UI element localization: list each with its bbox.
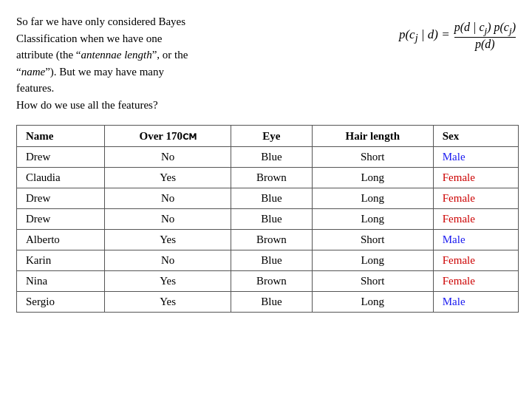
intro-line3-italic: antennae length bbox=[81, 49, 151, 61]
cell-hair: Long bbox=[312, 168, 433, 188]
cell-hair: Long bbox=[312, 188, 433, 209]
cell-eye: Brown bbox=[231, 271, 313, 292]
cell-name: Drew bbox=[17, 209, 105, 230]
col-header-sex: Sex bbox=[433, 126, 518, 147]
intro-line3-pre: attribute (the “ bbox=[16, 49, 81, 61]
cell-hair: Long bbox=[312, 209, 433, 230]
table-row: NinaYesBrownShortFemale bbox=[17, 271, 519, 292]
table-row: ClaudiaYesBrownLongFemale bbox=[17, 168, 519, 188]
cell-eye: Blue bbox=[231, 250, 313, 271]
formula-numerator: p(d | cj) p(cj) bbox=[454, 21, 516, 37]
cell-eye: Blue bbox=[231, 147, 313, 168]
cell-eye: Brown bbox=[231, 230, 313, 250]
cell-eye: Blue bbox=[231, 209, 313, 230]
bayes-formula: p(cj | d) = p(d | cj) p(cj) p(d) bbox=[399, 13, 516, 51]
cell-name: Sergio bbox=[17, 292, 105, 313]
cell-eye: Blue bbox=[231, 188, 313, 209]
table-row: DrewNoBlueLongFemale bbox=[17, 188, 519, 209]
formula-denominator: p(d) bbox=[475, 38, 495, 51]
cell-eye: Brown bbox=[231, 168, 313, 188]
col-header-over170: Over 170ᴄᴍ bbox=[105, 126, 231, 147]
col-header-eye: Eye bbox=[231, 126, 313, 147]
cell-sex: Male bbox=[433, 230, 518, 250]
table-row: DrewNoBlueLongFemale bbox=[17, 209, 519, 230]
cell-name: Claudia bbox=[17, 168, 105, 188]
top-section: So far we have only considered Bayes Cla… bbox=[16, 13, 516, 113]
table-row: AlbertoYesBrownShortMale bbox=[17, 230, 519, 250]
cell-hair: Short bbox=[312, 271, 433, 292]
cell-over170: No bbox=[105, 250, 231, 271]
cell-hair: Short bbox=[312, 230, 433, 250]
data-table: Name Over 170ᴄᴍ Eye Hair length Sex Drew… bbox=[16, 125, 519, 313]
intro-line2: Classification when we have one bbox=[16, 33, 162, 44]
table-row: KarinNoBlueLongFemale bbox=[17, 250, 519, 271]
cell-over170: No bbox=[105, 209, 231, 230]
cell-sex: Female bbox=[433, 188, 518, 209]
cell-name: Nina bbox=[17, 271, 105, 292]
cell-eye: Blue bbox=[231, 292, 313, 313]
page: So far we have only considered Bayes Cla… bbox=[0, 0, 532, 399]
formula-lhs: p(cj | d) = bbox=[399, 27, 450, 44]
cell-name: Drew bbox=[17, 147, 105, 168]
table-header-row: Name Over 170ᴄᴍ Eye Hair length Sex bbox=[17, 126, 519, 147]
table-container: Name Over 170ᴄᴍ Eye Hair length Sex Drew… bbox=[16, 125, 516, 313]
intro-line6: How do we use all the features? bbox=[16, 99, 158, 111]
cell-sex: Female bbox=[433, 250, 518, 271]
col-header-hair: Hair length bbox=[312, 126, 433, 147]
cell-over170: No bbox=[105, 147, 231, 168]
intro-line4-pre: “ bbox=[16, 66, 21, 78]
cell-hair: Long bbox=[312, 292, 433, 313]
intro-line4-italic: name bbox=[21, 66, 46, 78]
cell-sex: Female bbox=[433, 271, 518, 292]
cell-sex: Male bbox=[433, 292, 518, 313]
table-row: DrewNoBlueShortMale bbox=[17, 147, 519, 168]
cell-sex: Male bbox=[433, 147, 518, 168]
cell-hair: Long bbox=[312, 250, 433, 271]
intro-line1: So far we have only considered Bayes bbox=[16, 16, 185, 27]
cell-over170: Yes bbox=[105, 292, 231, 313]
cell-name: Alberto bbox=[17, 230, 105, 250]
cell-name: Drew bbox=[17, 188, 105, 209]
intro-line4-post: ”). But we may have many bbox=[45, 66, 164, 78]
table-row: SergioYesBlueLongMale bbox=[17, 292, 519, 313]
cell-over170: Yes bbox=[105, 168, 231, 188]
cell-name: Karin bbox=[17, 250, 105, 271]
cell-sex: Female bbox=[433, 209, 518, 230]
cell-over170: Yes bbox=[105, 230, 231, 250]
cell-sex: Female bbox=[433, 168, 518, 188]
intro-line3-post: ”, or the bbox=[152, 49, 188, 61]
cell-over170: Yes bbox=[105, 271, 231, 292]
intro-text: So far we have only considered Bayes Cla… bbox=[16, 13, 384, 113]
cell-over170: No bbox=[105, 188, 231, 209]
formula-fraction: p(d | cj) p(cj) p(d) bbox=[454, 21, 516, 51]
intro-line5: features. bbox=[16, 82, 54, 94]
cell-hair: Short bbox=[312, 147, 433, 168]
col-header-name: Name bbox=[17, 126, 105, 147]
